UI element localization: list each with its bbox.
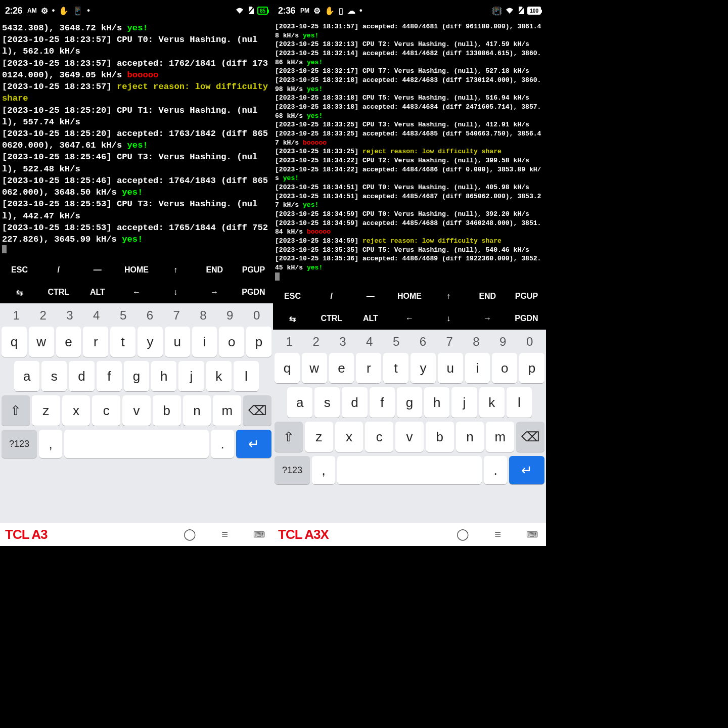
num-key[interactable]: 7 bbox=[436, 335, 463, 349]
period-key[interactable]: . bbox=[484, 456, 507, 484]
letter-key[interactable]: y bbox=[138, 327, 163, 357]
shift-key[interactable]: ⇧ bbox=[2, 395, 30, 426]
fn-key[interactable]: PGDN bbox=[507, 307, 546, 330]
home-nav-icon[interactable]: ◯ bbox=[457, 528, 469, 541]
terminal-right[interactable]: [2023-10-25 18:31:57] accepted: 4480/468… bbox=[273, 21, 546, 285]
space-key[interactable] bbox=[337, 456, 482, 484]
letter-key[interactable]: l bbox=[507, 387, 532, 418]
fn-key[interactable]: ↓ bbox=[156, 281, 195, 303]
fn-key[interactable]: ALT bbox=[351, 307, 390, 330]
letter-key[interactable]: n bbox=[456, 422, 484, 452]
shift-key[interactable]: ⇧ bbox=[275, 422, 303, 452]
fn-key[interactable]: ESC bbox=[0, 259, 39, 281]
letter-key[interactable]: c bbox=[365, 422, 393, 452]
letter-key[interactable]: l bbox=[234, 361, 259, 391]
num-key[interactable]: 0 bbox=[516, 335, 543, 349]
fn-key[interactable]: ESC bbox=[273, 285, 312, 307]
comma-key[interactable]: , bbox=[312, 456, 335, 484]
letter-key[interactable]: e bbox=[329, 353, 354, 383]
backspace-key[interactable]: ⌫ bbox=[243, 395, 271, 426]
fn-key[interactable]: HOME bbox=[390, 285, 429, 307]
fn-key[interactable]: — bbox=[78, 259, 117, 281]
space-key[interactable] bbox=[64, 430, 209, 458]
num-key[interactable]: 6 bbox=[136, 308, 163, 323]
letter-key[interactable]: b bbox=[426, 422, 454, 452]
letter-key[interactable]: g bbox=[397, 387, 422, 418]
num-key[interactable]: 0 bbox=[243, 308, 270, 323]
num-key[interactable]: 6 bbox=[410, 335, 436, 349]
enter-key[interactable]: ↵ bbox=[509, 456, 544, 484]
num-key[interactable]: 7 bbox=[163, 308, 190, 323]
letter-key[interactable]: p bbox=[246, 327, 271, 357]
letter-key[interactable]: k bbox=[479, 387, 505, 418]
fn-key[interactable]: → bbox=[195, 281, 234, 303]
fn-key[interactable]: END bbox=[195, 259, 234, 281]
num-key[interactable]: 8 bbox=[463, 335, 490, 349]
period-key[interactable]: . bbox=[211, 430, 234, 458]
fn-key[interactable]: CTRL bbox=[39, 281, 78, 303]
fn-key[interactable]: ⇆ bbox=[273, 307, 312, 330]
num-key[interactable]: 9 bbox=[489, 335, 516, 349]
letter-key[interactable]: u bbox=[165, 327, 190, 357]
letter-key[interactable]: j bbox=[178, 361, 204, 391]
letter-key[interactable]: p bbox=[519, 353, 544, 383]
letter-key[interactable]: i bbox=[192, 327, 217, 357]
letter-key[interactable]: c bbox=[92, 395, 120, 426]
recent-nav-icon[interactable]: ≡ bbox=[494, 528, 501, 541]
fn-key[interactable]: ← bbox=[117, 281, 156, 303]
letter-key[interactable]: t bbox=[383, 353, 408, 383]
fn-key[interactable]: ↓ bbox=[429, 307, 468, 330]
letter-key[interactable]: z bbox=[305, 422, 333, 452]
keyboard-switch-icon[interactable]: ⌨ bbox=[253, 530, 265, 539]
num-key[interactable]: 4 bbox=[356, 335, 383, 349]
comma-key[interactable]: , bbox=[39, 430, 62, 458]
letter-key[interactable]: a bbox=[287, 387, 312, 418]
fn-key[interactable]: CTRL bbox=[312, 307, 351, 330]
fn-key[interactable]: ← bbox=[390, 307, 429, 330]
letter-key[interactable]: n bbox=[183, 395, 211, 426]
letter-key[interactable]: q bbox=[275, 353, 300, 383]
letter-key[interactable]: z bbox=[32, 395, 60, 426]
letter-key[interactable]: o bbox=[219, 327, 244, 357]
letter-key[interactable]: v bbox=[122, 395, 151, 426]
fn-key[interactable]: ⇆ bbox=[0, 281, 39, 303]
fn-key[interactable]: / bbox=[39, 259, 78, 281]
letter-key[interactable]: h bbox=[151, 361, 176, 391]
fn-key[interactable]: PGUP bbox=[234, 259, 273, 281]
letter-key[interactable]: f bbox=[370, 387, 395, 418]
letter-key[interactable]: o bbox=[492, 353, 517, 383]
letter-key[interactable]: s bbox=[41, 361, 67, 391]
fn-key[interactable]: → bbox=[468, 307, 507, 330]
letter-key[interactable]: e bbox=[56, 327, 81, 357]
letter-key[interactable]: x bbox=[62, 395, 90, 426]
letter-key[interactable]: v bbox=[395, 422, 424, 452]
fn-key[interactable]: — bbox=[351, 285, 390, 307]
letter-key[interactable]: m bbox=[486, 422, 514, 452]
letter-key[interactable]: f bbox=[97, 361, 122, 391]
fn-key[interactable]: PGDN bbox=[234, 281, 273, 303]
home-nav-icon[interactable]: ◯ bbox=[184, 528, 196, 541]
letter-key[interactable]: t bbox=[110, 327, 135, 357]
letter-key[interactable]: a bbox=[14, 361, 39, 391]
num-key[interactable]: 5 bbox=[110, 308, 136, 323]
symbols-key[interactable]: ?123 bbox=[2, 430, 37, 458]
num-key[interactable]: 2 bbox=[303, 335, 330, 349]
fn-key[interactable]: HOME bbox=[117, 259, 156, 281]
letter-key[interactable]: j bbox=[451, 387, 477, 418]
keyboard-switch-icon[interactable]: ⌨ bbox=[526, 530, 538, 539]
num-key[interactable]: 4 bbox=[83, 308, 110, 323]
letter-key[interactable]: d bbox=[342, 387, 367, 418]
num-key[interactable]: 2 bbox=[30, 308, 57, 323]
fn-key[interactable]: ALT bbox=[78, 281, 117, 303]
letter-key[interactable]: g bbox=[124, 361, 149, 391]
fn-key[interactable]: END bbox=[468, 285, 507, 307]
num-key[interactable]: 8 bbox=[190, 308, 217, 323]
letter-key[interactable]: r bbox=[356, 353, 381, 383]
letter-key[interactable]: i bbox=[465, 353, 490, 383]
num-key[interactable]: 3 bbox=[330, 335, 356, 349]
letter-key[interactable]: q bbox=[2, 327, 27, 357]
letter-key[interactable]: u bbox=[438, 353, 463, 383]
letter-key[interactable]: d bbox=[69, 361, 94, 391]
fn-key[interactable]: PGUP bbox=[507, 285, 546, 307]
num-key[interactable]: 1 bbox=[276, 335, 303, 349]
